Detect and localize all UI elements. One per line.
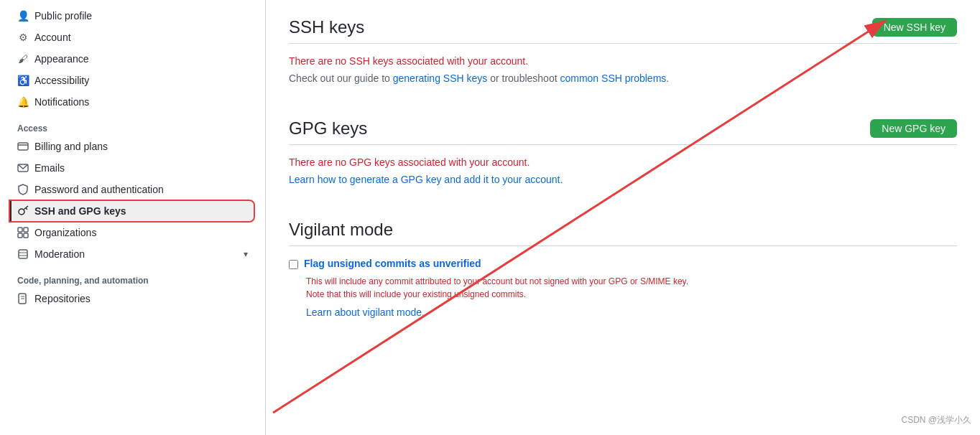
vigilant-section-title: Vigilant mode bbox=[289, 220, 393, 240]
gpg-section-title: GPG keys bbox=[289, 118, 367, 139]
shield-icon bbox=[17, 184, 29, 195]
gpg-empty-message: There are no GPG keys associated with yo… bbox=[289, 156, 957, 168]
repositories-icon bbox=[17, 293, 29, 304]
sidebar-item-repositories[interactable]: Repositories bbox=[11, 289, 254, 309]
svg-point-3 bbox=[19, 209, 24, 215]
sidebar-item-label: Notifications bbox=[34, 96, 89, 108]
svg-rect-8 bbox=[18, 233, 22, 238]
gpg-section-header: GPG keys New GPG key bbox=[289, 101, 957, 145]
sidebar-item-appearance[interactable]: 🖌 Appearance bbox=[11, 49, 254, 69]
vigilant-checkbox[interactable] bbox=[289, 260, 298, 269]
billing-icon bbox=[17, 141, 29, 152]
ssh-help-prefix: Check out our guide to bbox=[289, 72, 393, 84]
generate-gpg-key-link[interactable]: Learn how to generate a GPG key and add … bbox=[289, 174, 563, 185]
watermark: CSDN @浅学小久 bbox=[901, 414, 971, 426]
sidebar-item-label: Accessibility bbox=[34, 75, 89, 86]
sidebar-item-label: Account bbox=[34, 32, 71, 43]
sidebar-item-ssh-gpg[interactable]: SSH and GPG keys bbox=[10, 201, 254, 221]
gear-icon: ⚙ bbox=[17, 32, 29, 43]
sidebar-item-accessibility[interactable]: ♿ Accessibility bbox=[11, 70, 254, 90]
gpg-keys-section: GPG keys New GPG key There are no GPG ke… bbox=[289, 101, 957, 185]
svg-line-5 bbox=[26, 208, 27, 210]
ssh-help-middle: or troubleshoot bbox=[487, 72, 560, 84]
chevron-down-icon: ▾ bbox=[244, 249, 248, 259]
sidebar-item-label: Public profile bbox=[34, 10, 92, 22]
paintbrush-icon: 🖌 bbox=[17, 53, 29, 65]
svg-rect-0 bbox=[18, 143, 28, 150]
sidebar-item-billing[interactable]: Billing and plans bbox=[11, 136, 254, 156]
sidebar: 👤 Public profile ⚙ Account 🖌 Appearance … bbox=[0, 0, 266, 435]
sidebar-item-public-profile[interactable]: 👤 Public profile bbox=[11, 6, 254, 26]
vigilant-learn-link-container: Learn about vigilant mode. bbox=[306, 307, 957, 318]
vigilant-checkbox-label[interactable]: Flag unsigned commits as unverified bbox=[304, 258, 481, 269]
sidebar-item-label: Appearance bbox=[34, 53, 89, 65]
vigilant-mode-section: Vigilant mode Flag unsigned commits as u… bbox=[289, 202, 957, 318]
key-icon bbox=[17, 205, 29, 217]
sidebar-item-password-auth[interactable]: Password and authentication bbox=[11, 179, 254, 200]
sidebar-item-moderation[interactable]: Moderation ▾ bbox=[11, 244, 254, 264]
common-ssh-problems-link[interactable]: common SSH problems bbox=[560, 72, 666, 84]
sidebar-item-label: Moderation bbox=[34, 248, 85, 260]
ssh-help-text: Check out our guide to generating SSH ke… bbox=[289, 72, 957, 84]
new-gpg-key-button[interactable]: New GPG key bbox=[870, 119, 957, 138]
person-icon: 👤 bbox=[17, 10, 29, 22]
gpg-help-text: Learn how to generate a GPG key and add … bbox=[289, 174, 957, 185]
ssh-section-title: SSH keys bbox=[289, 17, 364, 37]
ssh-section-header: SSH keys New SSH key bbox=[289, 0, 957, 44]
sidebar-item-label: Emails bbox=[34, 162, 65, 174]
sidebar-item-label: Password and authentication bbox=[34, 184, 164, 195]
access-section-label: Access bbox=[11, 118, 254, 136]
sidebar-item-label: Repositories bbox=[34, 293, 91, 304]
main-content: SSH keys New SSH key There are no SSH ke… bbox=[266, 0, 980, 435]
new-ssh-key-button[interactable]: New SSH key bbox=[872, 18, 957, 37]
accessibility-icon: ♿ bbox=[17, 75, 29, 86]
vigilant-section-header: Vigilant mode bbox=[289, 202, 957, 246]
email-icon bbox=[17, 162, 29, 174]
sidebar-item-emails[interactable]: Emails bbox=[11, 158, 254, 178]
generating-ssh-keys-link[interactable]: generating SSH keys bbox=[393, 72, 488, 84]
vigilant-checkbox-row: Flag unsigned commits as unverified bbox=[289, 258, 957, 269]
moderation-icon bbox=[17, 248, 29, 260]
sidebar-item-notifications[interactable]: 🔔 Notifications bbox=[11, 92, 254, 112]
svg-rect-10 bbox=[19, 250, 27, 258]
sidebar-item-label: Organizations bbox=[34, 227, 96, 238]
ssh-empty-message: There are no SSH keys associated with yo… bbox=[289, 55, 957, 67]
sidebar-item-label: SSH and GPG keys bbox=[34, 205, 126, 217]
vigilant-checkbox-desc: This will include any commit attributed … bbox=[306, 275, 957, 301]
vigilant-learn-link[interactable]: Learn about vigilant mode. bbox=[306, 307, 425, 318]
ssh-keys-section: SSH keys New SSH key There are no SSH ke… bbox=[289, 0, 957, 84]
ssh-help-suffix: . bbox=[666, 72, 669, 84]
bell-icon: 🔔 bbox=[17, 96, 29, 108]
code-section-label: Code, planning, and automation bbox=[11, 270, 254, 289]
sidebar-item-organizations[interactable]: Organizations bbox=[11, 223, 254, 243]
svg-rect-6 bbox=[18, 228, 22, 232]
svg-rect-9 bbox=[24, 233, 28, 238]
sidebar-item-account[interactable]: ⚙ Account bbox=[11, 27, 254, 47]
sidebar-item-label: Billing and plans bbox=[34, 141, 108, 152]
svg-rect-7 bbox=[24, 228, 28, 232]
organizations-icon bbox=[17, 227, 29, 238]
